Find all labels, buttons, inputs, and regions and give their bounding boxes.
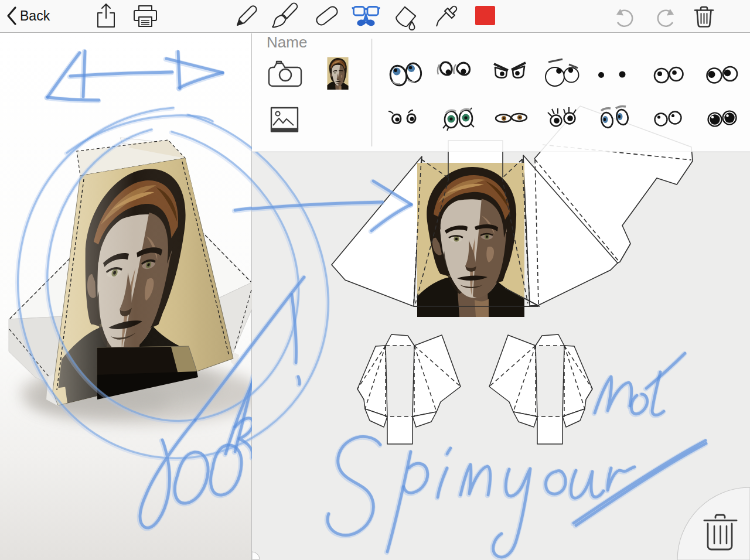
svg-text:Name: Name xyxy=(267,33,307,51)
svg-text:Back: Back xyxy=(20,8,50,23)
